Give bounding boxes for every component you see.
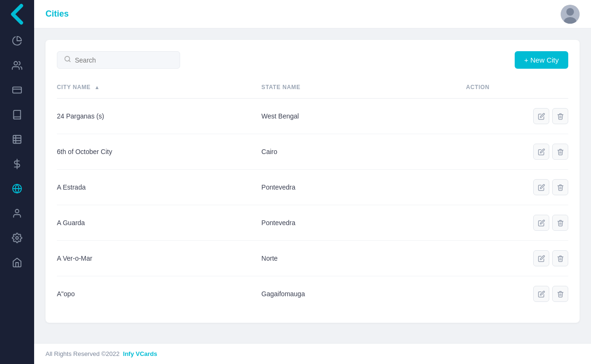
svg-point-11 <box>16 237 18 239</box>
footer-brand: Infy VCards <box>123 350 157 357</box>
delete-button[interactable] <box>552 144 568 160</box>
footer-text: All Rights Reserved ©2022 Infy VCards <box>45 350 157 357</box>
action-cell <box>466 170 568 205</box>
search-input[interactable] <box>75 56 173 64</box>
state-name-cell: Pontevedra <box>262 205 466 241</box>
edit-button[interactable] <box>533 179 549 195</box>
state-name-cell: Cairo <box>262 134 466 170</box>
state-name-cell: Pontevedra <box>262 170 466 205</box>
main-area: Cities <box>34 0 591 364</box>
action-cell <box>466 276 568 312</box>
svg-rect-3 <box>13 136 21 144</box>
table-row: A GuardaPontevedra <box>57 205 568 241</box>
delete-button[interactable] <box>552 108 568 124</box>
action-buttons <box>466 250 568 266</box>
sidebar-item-globe[interactable] <box>0 176 34 201</box>
sidebar-item-profile[interactable] <box>0 201 34 226</box>
edit-button[interactable] <box>533 286 549 302</box>
city-name-cell: 24 Parganas (s) <box>57 99 262 134</box>
action-buttons <box>466 108 568 124</box>
delete-button[interactable] <box>552 250 568 266</box>
sidebar-item-users[interactable] <box>0 53 34 78</box>
user-avatar[interactable] <box>561 5 580 24</box>
state-name-cell: Gagaifomauga <box>262 276 466 312</box>
action-cell <box>466 99 568 134</box>
page-title: Cities <box>45 9 69 19</box>
col-state-name: STATE NAME <box>262 80 466 99</box>
svg-point-0 <box>14 62 18 65</box>
state-name-cell: Norte <box>262 241 466 276</box>
action-buttons <box>466 144 568 160</box>
action-buttons <box>466 179 568 195</box>
action-buttons <box>466 215 568 231</box>
svg-point-10 <box>15 209 18 213</box>
sidebar-item-cards[interactable] <box>0 78 34 102</box>
city-name-cell: A Ver-o-Mar <box>57 241 262 276</box>
svg-rect-1 <box>13 87 21 93</box>
table-header: CITY NAME ▲ STATE NAME ACTION <box>57 80 568 99</box>
new-city-button[interactable]: + New City <box>515 51 568 69</box>
edit-button[interactable] <box>533 108 549 124</box>
sidebar-item-table[interactable] <box>0 127 34 152</box>
toolbar: + New City <box>57 51 568 69</box>
sidebar-item-billing[interactable] <box>0 152 34 176</box>
table-row: 6th of October CityCairo <box>57 134 568 170</box>
delete-button[interactable] <box>552 215 568 231</box>
sidebar-item-home[interactable] <box>0 250 34 275</box>
action-cell <box>466 241 568 276</box>
city-name-cell: 6th of October City <box>57 134 262 170</box>
sidebar-item-contacts[interactable] <box>0 102 34 127</box>
delete-button[interactable] <box>552 179 568 195</box>
city-name-cell: A"opo <box>57 276 262 312</box>
sidebar-item-settings[interactable] <box>0 226 34 250</box>
action-cell <box>466 205 568 241</box>
search-icon <box>64 55 71 64</box>
col-city-name[interactable]: CITY NAME ▲ <box>57 80 262 99</box>
action-buttons <box>466 286 568 302</box>
sidebar-toggle[interactable] <box>0 0 34 28</box>
table-row: A EstradaPontevedra <box>57 170 568 205</box>
svg-point-13 <box>566 8 574 16</box>
search-box[interactable] <box>57 51 180 69</box>
cities-table: CITY NAME ▲ STATE NAME ACTION 24 Pargana… <box>57 80 568 311</box>
edit-button[interactable] <box>533 215 549 231</box>
content-area: + New City CITY NAME ▲ STATE NAME ACT <box>34 28 591 343</box>
state-name-cell: West Bengal <box>262 99 466 134</box>
edit-button[interactable] <box>533 144 549 160</box>
city-name-cell: A Estrada <box>57 170 262 205</box>
col-action: ACTION <box>466 80 568 99</box>
delete-button[interactable] <box>552 286 568 302</box>
topbar: Cities <box>34 0 591 28</box>
sidebar-item-dashboard[interactable] <box>0 28 34 53</box>
table-row: A"opoGagaifomauga <box>57 276 568 312</box>
sort-icon: ▲ <box>94 84 100 90</box>
table-row: 24 Parganas (s)West Bengal <box>57 99 568 134</box>
svg-line-16 <box>69 60 70 62</box>
table-row: A Ver-o-MarNorte <box>57 241 568 276</box>
sidebar <box>0 0 34 364</box>
footer: All Rights Reserved ©2022 Infy VCards <box>34 343 591 364</box>
edit-button[interactable] <box>533 250 549 266</box>
cities-card: + New City CITY NAME ▲ STATE NAME ACT <box>45 40 580 323</box>
city-name-cell: A Guarda <box>57 205 262 241</box>
action-cell <box>466 134 568 170</box>
table-body: 24 Parganas (s)West Bengal6th of October… <box>57 99 568 312</box>
